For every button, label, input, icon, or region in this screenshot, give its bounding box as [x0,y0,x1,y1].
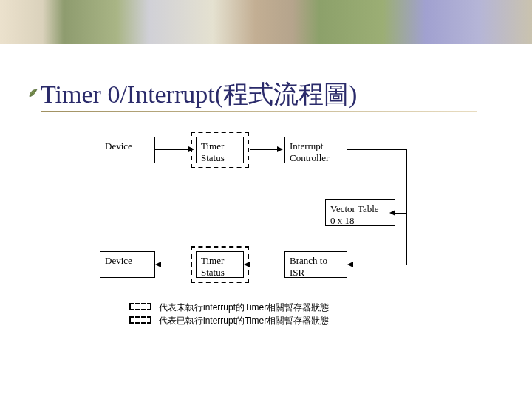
node-label-l1: Branch to [290,255,327,266]
node-label-l2: ISR [290,267,304,278]
arrow-line [155,149,190,150]
arrow-head-right-icon [277,146,283,152]
node-interrupt-controller: Interrupt Controller [284,137,347,163]
title-underline [41,111,477,112]
arrow-head-left-icon [347,262,353,267]
arrow-line [406,149,407,213]
legend-swatch-after [129,316,151,324]
banner-strip [0,0,532,44]
page-title: Timer 0/Interrupt(程式流程圖) [41,78,357,112]
arrow-head-left-icon [389,210,395,216]
arrow-line [395,213,406,214]
node-vector-table: Vector Table 0 x 18 [325,200,395,226]
node-branch-isr: Branch to ISR [284,251,347,278]
dashed-overlay-timer-bottom [191,246,249,283]
node-label-l2: 0 x 18 [330,215,355,226]
arrow-head-right-icon [188,146,194,152]
arrow-head-left-icon [155,262,161,267]
node-device-top: Device [100,137,155,163]
arrow-line [406,213,407,265]
node-label-l1: Interrupt [290,140,323,151]
diagram-canvas: Device Timer Status Interrupt Controller… [0,126,532,392]
decorative-banner [0,0,532,52]
leaf-bullet-icon [28,88,38,98]
legend-swatch-before [129,303,151,310]
node-label-l1: Vector Table [330,203,379,214]
legend-text-before: 代表未執行interrupt的Timer相關暫存器狀態 [159,301,329,314]
arrow-line [250,149,279,150]
arrow-head-left-icon [244,262,250,267]
arrow-line [161,265,190,265]
node-label: Device [105,255,132,266]
node-device-bottom: Device [100,251,155,278]
node-label-l2: Controller [290,152,329,163]
arrow-line [353,265,406,265]
arrow-line [347,149,406,150]
dashed-overlay-timer-top [191,132,249,168]
legend-text-after: 代表已執行interrupt的Timer相關暫存器狀態 [159,315,329,327]
node-label: Device [105,140,132,151]
arrow-line [250,265,279,265]
